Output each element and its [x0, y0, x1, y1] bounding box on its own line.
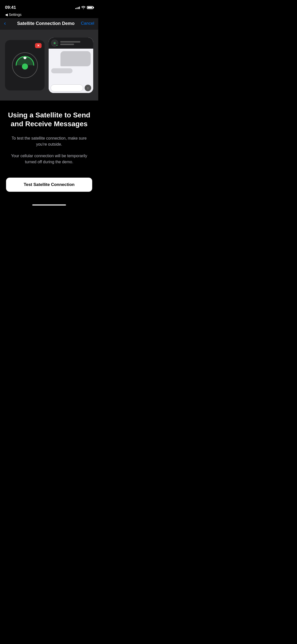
- content-body-2: Your cellular connection will be tempora…: [6, 153, 92, 165]
- msg-header-line-2: [60, 44, 74, 45]
- content-body-1: To test the satellite connection, make s…: [6, 135, 92, 147]
- wifi-icon: [81, 6, 85, 9]
- msg-header-text: [60, 41, 91, 45]
- msg-bubble: [60, 51, 91, 66]
- avatar-online-dot: [56, 44, 58, 46]
- signal-bars-icon: [75, 6, 80, 9]
- msg-send-button[interactable]: ↑: [85, 85, 91, 91]
- msg-header: [49, 38, 93, 49]
- svg-point-5: [54, 42, 55, 44]
- settings-back[interactable]: ◀ Settings: [0, 13, 98, 17]
- home-indicator: [0, 202, 98, 211]
- content-section: Using a Satellite to Send and Receive Me…: [0, 101, 98, 173]
- hero-section: ✕: [0, 30, 98, 101]
- settings-back-label[interactable]: ◀ Settings: [5, 13, 21, 17]
- satellite-finder-dial: [11, 51, 39, 79]
- nav-bar: ‹ Satellite Connection Demo Cancel: [0, 18, 98, 30]
- battery-icon: [87, 6, 93, 9]
- back-button[interactable]: ‹: [4, 20, 15, 27]
- msg-input-field[interactable]: [51, 84, 83, 91]
- msg-header-line-1: [60, 41, 80, 43]
- msg-body: [49, 49, 93, 83]
- close-badge-label: ✕: [37, 44, 40, 47]
- svg-point-1: [22, 63, 28, 70]
- nav-title: Satellite Connection Demo: [15, 21, 77, 26]
- msg-input-row: ↑: [49, 83, 93, 93]
- content-heading: Using a Satellite to Send and Receive Me…: [6, 111, 92, 128]
- satellite-finder-card: ✕: [5, 40, 45, 90]
- test-satellite-button[interactable]: Test Satellite Connection: [6, 178, 92, 192]
- messages-card: ↑: [49, 38, 93, 93]
- status-icons: [75, 6, 93, 9]
- close-badge: ✕: [35, 43, 42, 48]
- msg-avatar: [51, 40, 58, 47]
- cancel-button[interactable]: Cancel: [77, 21, 94, 26]
- send-icon: ↑: [87, 86, 89, 90]
- msg-typing-indicator: [51, 68, 73, 73]
- status-bar: 09:41: [0, 0, 98, 13]
- status-time: 09:41: [5, 5, 16, 10]
- cta-section: Test Satellite Connection: [0, 173, 98, 202]
- home-bar: [32, 204, 66, 206]
